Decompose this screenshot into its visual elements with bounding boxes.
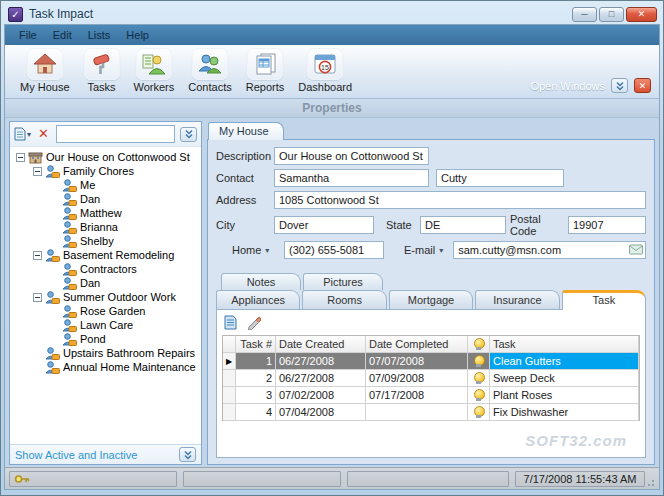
header-date-completed[interactable]: Date Completed (366, 336, 468, 353)
row-selector (223, 404, 236, 421)
close-button[interactable]: ✕ (626, 7, 657, 22)
toolbar-contacts-button[interactable]: Contacts (181, 47, 238, 94)
email-type-dropdown[interactable]: E-mail ▾ (404, 244, 443, 256)
tab[interactable]: Mortgage (389, 290, 473, 309)
reports-icon (247, 48, 283, 80)
tree-item[interactable]: Lawn Care (12, 318, 201, 332)
description-field[interactable] (274, 147, 429, 165)
table-row[interactable]: 1 06/27/2008 07/07/2008 Clean Gutters (223, 353, 639, 370)
new-item-dropdown-caret[interactable]: ▾ (27, 130, 31, 139)
contact-last-field[interactable] (436, 169, 564, 187)
toolbar-my-house-button[interactable]: My House (13, 47, 77, 94)
toolbar-dashboard-button[interactable]: 15 Dashboard (291, 47, 359, 94)
tree-item-icon (62, 277, 77, 290)
header-date-created[interactable]: Date Created (276, 336, 366, 353)
phone-type-dropdown[interactable]: Home ▾ (232, 244, 274, 256)
envelope-icon[interactable] (629, 244, 643, 257)
row-selector (223, 387, 236, 404)
menubar: File Edit Lists Help (5, 25, 659, 45)
open-windows-chevron-button[interactable] (611, 78, 628, 93)
tree-item[interactable]: Shelby (12, 234, 201, 248)
toolbar-label: Workers (134, 81, 175, 93)
tree-item[interactable]: Contractors (12, 262, 201, 276)
cell-task-num: 3 (236, 387, 276, 404)
tree-item[interactable]: Pond (12, 332, 201, 346)
tree-expander-icon[interactable] (33, 251, 42, 260)
tab-my-house[interactable]: My House (208, 122, 284, 140)
tree-item[interactable]: Upstairs Bathroom Repairs (12, 346, 201, 360)
tab[interactable]: Rooms (302, 290, 386, 309)
tree-item[interactable]: Me (12, 178, 201, 192)
tree-expander-icon[interactable] (16, 153, 25, 162)
content-area: ▾ ✕ (5, 118, 659, 467)
address-field[interactable] (274, 191, 646, 209)
menu-item[interactable]: Help (118, 27, 157, 43)
tree-item[interactable]: Dan (12, 276, 201, 290)
tree-item[interactable]: Annual Home Maintenance (12, 360, 201, 374)
state-field[interactable] (420, 216, 506, 234)
tree-item[interactable]: Summer Outdoor Work (12, 290, 201, 304)
open-windows-close-button[interactable]: ✕ (634, 78, 651, 93)
tree-item-label: Dan (80, 193, 100, 205)
app-icon: ✓ (8, 7, 23, 22)
maximize-button[interactable]: □ (599, 7, 624, 22)
tab[interactable]: Appliances (216, 290, 300, 309)
cell-priority (468, 387, 490, 404)
task-tab-panel: Task # Date Created Date Completed Task (216, 309, 646, 458)
tree-item-icon (62, 207, 77, 220)
open-windows-label: Open Windows (530, 80, 605, 92)
email-field[interactable] (453, 241, 646, 259)
tree-item[interactable]: Our House on Cottonwood St (12, 150, 201, 164)
contact-first-field[interactable] (274, 169, 429, 187)
new-item-button[interactable]: ▾ (14, 127, 31, 141)
tree-item[interactable]: Family Chores (12, 164, 201, 178)
edit-task-button[interactable] (246, 316, 261, 332)
city-field[interactable] (274, 216, 374, 234)
tree-item-label: Annual Home Maintenance (63, 361, 196, 373)
tree-item[interactable]: Rose Garden (12, 304, 201, 318)
menu-item[interactable]: Lists (80, 27, 119, 43)
phone-field[interactable] (284, 241, 384, 259)
tree-expander-icon[interactable] (33, 293, 42, 302)
menu-item[interactable]: File (11, 27, 45, 43)
tree-item[interactable]: Basement Remodeling (12, 248, 201, 262)
tab[interactable]: Task (562, 290, 646, 310)
header-task-num[interactable]: Task # (236, 336, 276, 353)
table-row[interactable]: 4 07/04/2008 Fix Dishwasher (223, 404, 639, 421)
toolbar-reports-button[interactable]: Reports (239, 47, 292, 94)
tab[interactable]: Pictures (303, 273, 383, 290)
contacts-icon (192, 48, 228, 80)
postal-code-field[interactable] (568, 216, 646, 234)
tab[interactable]: Notes (221, 273, 301, 290)
tab[interactable]: Insurance (475, 290, 559, 309)
resize-grip-icon[interactable] (647, 477, 657, 487)
toolbar-workers-button[interactable]: Workers (127, 47, 182, 94)
tree-item-label: Basement Remodeling (63, 249, 174, 261)
table-row[interactable]: 3 07/02/2008 07/17/2008 Plant Roses (223, 387, 639, 404)
minimize-button[interactable]: ─ (572, 7, 597, 22)
tree-expander-icon[interactable] (33, 167, 42, 176)
menu-item[interactable]: Edit (45, 27, 80, 43)
header-priority[interactable] (468, 336, 490, 353)
cell-date-created: 06/27/2008 (276, 353, 366, 370)
header-task[interactable]: Task (490, 336, 639, 353)
tree-item-label: Family Chores (63, 165, 134, 177)
email-label: E-mail (404, 244, 435, 256)
tree-item[interactable]: Dan (12, 192, 201, 206)
cell-task: Plant Roses (490, 387, 639, 404)
postal-code-label: Postal Code (510, 213, 568, 237)
toolbar-tasks-button[interactable]: Tasks (77, 47, 127, 94)
task-toolbar (222, 313, 640, 334)
table-row[interactable]: 2 06/27/2008 07/09/2008 Sweep Deck (223, 370, 639, 387)
show-active-inactive-link[interactable]: Show Active and Inactive (15, 449, 137, 461)
delete-item-button[interactable]: ✕ (36, 128, 51, 140)
tree-item[interactable]: Matthew (12, 206, 201, 220)
footer-chevron-button[interactable] (179, 447, 196, 462)
properties-panel: My House Description Contact Address (207, 121, 655, 465)
tree-filter-chevron-button[interactable] (180, 127, 197, 142)
new-task-button[interactable] (224, 315, 237, 332)
tree-item-icon (45, 165, 60, 178)
tree-item[interactable]: Brianna (12, 220, 201, 234)
tree-search-input[interactable] (56, 125, 175, 143)
watermark: SOFT32.com (525, 432, 627, 449)
